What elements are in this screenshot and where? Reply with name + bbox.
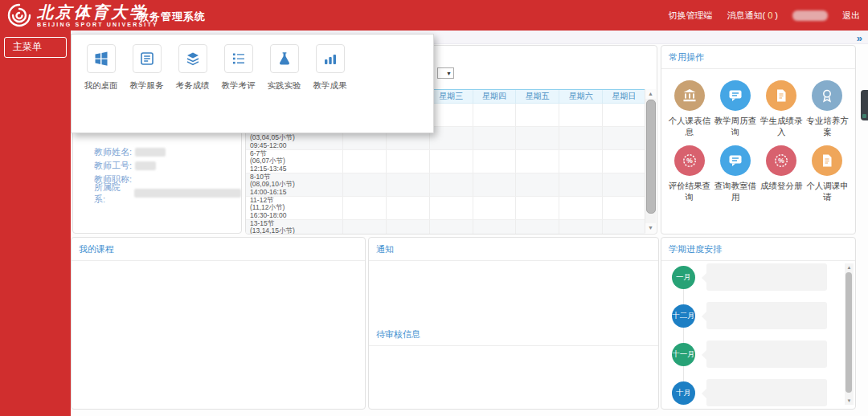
scroll-down-icon[interactable]: ▼: [845, 397, 854, 405]
teacher-name-redacted: [135, 148, 166, 157]
collapse-panel-icon[interactable]: »: [857, 32, 862, 44]
month-badge: 十二月: [672, 304, 695, 328]
message-notice-link[interactable]: 消息通知(0): [727, 10, 778, 22]
day-header: 星期日: [602, 90, 645, 103]
bank-icon: [674, 80, 705, 111]
percent-icon: %: [674, 145, 705, 176]
timetable-row: 8-10节(08,09,10小节)14:00-16:15: [246, 173, 645, 197]
timeline-bubble: [706, 263, 827, 291]
op-teaching-calendar[interactable]: 教学周历查询: [714, 80, 757, 137]
common-operations-title: 常用操作: [661, 46, 855, 69]
scroll-up-icon[interactable]: ▲: [845, 263, 854, 271]
timetable-row: 13-15节(13,14,15小节): [246, 220, 645, 235]
university-logo: 北京体育大学 BEIJING SPORT UNIVERSITY: [6, 2, 158, 28]
menu-item-exam-scores[interactable]: 考务成绩: [170, 44, 215, 92]
teacher-dept-label: 所属院系:: [94, 181, 131, 206]
op-course-change-request[interactable]: 个人调课申请: [805, 145, 849, 202]
logout-link[interactable]: 退出: [842, 10, 860, 22]
timetable-row: 6-7节(06,07小节)12:15-13:45: [246, 150, 645, 173]
swirl-logo-icon: [6, 2, 32, 28]
scroll-up-icon[interactable]: ▲: [645, 89, 656, 99]
timeline-bubble: [706, 302, 827, 329]
teacher-id-redacted: [135, 161, 156, 170]
common-operations-card: 常用操作 个人课表信息 教学周历查询 学生成绩录入 专业培养方案: [661, 45, 856, 235]
sidebar: 主菜单: [0, 31, 71, 416]
week-select[interactable]: ▼: [437, 67, 454, 79]
chat-icon: [720, 80, 751, 111]
time-slot: 8-10节(08,09,10小节)14:00-16:15: [246, 173, 342, 196]
scroll-down-icon[interactable]: ▼: [645, 223, 656, 233]
op-evaluation-results[interactable]: % 评价结果查询: [668, 145, 711, 202]
document-icon: [812, 145, 842, 176]
timeline-item[interactable]: 十月: [661, 376, 844, 407]
chat-icon: [720, 145, 751, 176]
op-personal-timetable[interactable]: 个人课表信息: [668, 80, 711, 137]
month-badge: 十月: [672, 381, 695, 405]
op-training-program[interactable]: 专业培养方案: [805, 80, 849, 137]
timetable-row: 11-12节(11,12小节)16:30-18:00: [246, 197, 645, 220]
notices-card: 通知 待审核信息: [368, 237, 659, 410]
day-header: 星期三: [429, 90, 473, 103]
teacher-name-label: 教师姓名:: [94, 146, 132, 158]
semester-timeline: 一月 十二月 十一月 十月: [661, 260, 844, 407]
time-slot: 11-12节(11,12小节)16:30-18:00: [246, 197, 342, 219]
document-icon: [766, 80, 796, 111]
svg-text:%: %: [778, 157, 784, 165]
menu-item-teaching-achievements[interactable]: 教学成果: [307, 44, 353, 92]
flask-icon: [270, 44, 299, 73]
switch-admin-link[interactable]: 切换管理端: [669, 10, 713, 22]
percent-icon: %: [766, 145, 796, 176]
my-courses-card: 我的课程: [71, 237, 366, 410]
username-redacted[interactable]: [792, 10, 828, 21]
main-menu-dropdown-panel: 我的桌面 教学服务 考务成绩 教学考评 实践实验 教学成果: [71, 34, 434, 133]
scrollbar-thumb[interactable]: [845, 272, 852, 393]
month-badge: 一月: [672, 266, 695, 289]
teaching-service-icon: [133, 44, 162, 73]
timeline-item[interactable]: 十二月: [661, 299, 844, 337]
time-slot: 13-15节(13,14,15小节): [246, 220, 342, 235]
menu-item-teaching-evaluation[interactable]: 教学考评: [215, 44, 261, 92]
teacher-dept-redacted: [134, 189, 241, 198]
day-header: 星期六: [559, 90, 602, 103]
system-title: 教务管理系统: [138, 10, 206, 24]
sidebar-main-menu[interactable]: 主菜单: [4, 37, 67, 58]
menu-item-my-desktop[interactable]: 我的桌面: [78, 44, 124, 92]
semester-progress-card: 学期进度安排 一月 十二月 十一月 十月 ▲ ▼: [661, 237, 856, 410]
my-courses-title: 我的课程: [72, 238, 365, 261]
op-score-register[interactable]: % 成绩登分册: [760, 145, 803, 202]
time-slot: 6-7节(06,07小节)12:15-13:45: [246, 150, 342, 173]
op-classroom-borrow[interactable]: 查询教室借用: [714, 145, 757, 202]
timeline-bubble: [706, 379, 827, 406]
month-badge: 十一月: [672, 343, 695, 366]
teacher-info-card: 教师姓名: 教师工号: 教师职称: 所属院系:: [72, 128, 242, 234]
semester-scrollbar[interactable]: ▲ ▼: [845, 263, 854, 405]
op-score-entry[interactable]: 学生成绩录入: [760, 80, 803, 137]
menu-item-teaching-service[interactable]: 教学服务: [124, 44, 170, 92]
day-header: 星期五: [515, 90, 559, 103]
pending-review-title: 待审核信息: [369, 323, 658, 346]
svg-text:%: %: [686, 157, 693, 165]
side-widget-handle[interactable]: [861, 90, 868, 120]
timeline-item[interactable]: 十一月: [661, 337, 844, 376]
bar-chart-icon: [316, 44, 345, 73]
timetable-scrollbar[interactable]: ▲ ▼: [645, 89, 656, 233]
notice-count: 0: [768, 10, 772, 20]
notices-title: 通知: [369, 238, 658, 261]
timeline-bubble: [706, 341, 827, 368]
menu-item-practice-experiment[interactable]: 实践实验: [261, 44, 307, 92]
timeline-item[interactable]: 一月: [661, 260, 844, 299]
semester-progress-title: 学期进度安排: [661, 238, 855, 261]
evaluation-list-icon: [224, 44, 253, 73]
scrollbar-thumb[interactable]: [646, 100, 656, 214]
day-header: 星期四: [473, 90, 516, 103]
medal-icon: [812, 80, 842, 111]
exam-scores-icon: [178, 44, 207, 73]
desktop-icon: [87, 44, 116, 73]
teacher-id-label: 教师工号:: [94, 160, 132, 172]
top-bar: 北京体育大学 BEIJING SPORT UNIVERSITY 教务管理系统 切…: [0, 0, 868, 31]
